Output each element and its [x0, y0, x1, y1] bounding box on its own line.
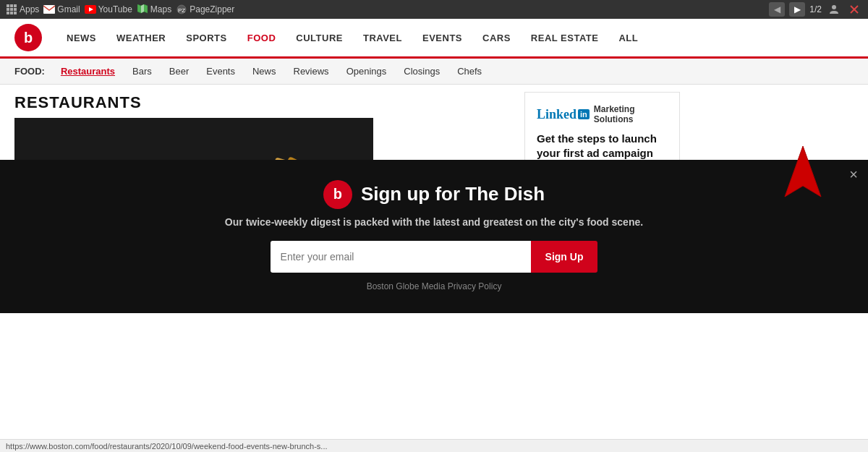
sub-nav-restaurants[interactable]: Restaurants	[52, 59, 124, 85]
modal-header: b Sign up for The Dish	[22, 180, 846, 209]
modal-description: Our twice-weekly digest is packed with t…	[22, 216, 846, 228]
maps-icon	[137, 4, 148, 15]
youtube-app[interactable]: YouTube	[85, 4, 132, 15]
modal-logo-letter: b	[333, 186, 342, 202]
gmail-label: Gmail	[57, 4, 80, 14]
sub-nav-closings[interactable]: Closings	[395, 59, 448, 85]
forward-arrow-icon: ▶	[794, 4, 801, 14]
youtube-label: YouTube	[98, 4, 132, 14]
linkedin-in-badge: in	[578, 109, 590, 119]
svg-rect-3	[7, 8, 9, 11]
nav-item-travel[interactable]: TRAVEL	[353, 18, 412, 58]
top-nav: b NEWS WEATHER SPORTS FOOD CULTURE TRAVE…	[0, 19, 868, 59]
sub-nav-chefs[interactable]: Chefs	[448, 59, 490, 85]
sub-nav-events[interactable]: Events	[197, 59, 244, 85]
toolbar-right: ◀ ▶ 1/2	[769, 2, 862, 17]
nav-item-realestate[interactable]: REAL ESTATE	[521, 18, 609, 58]
apps-grid-icon	[6, 4, 17, 15]
maps-app[interactable]: Maps	[137, 4, 171, 15]
signup-button[interactable]: Sign Up	[531, 241, 598, 273]
pagezipper-icon: PZ	[176, 4, 187, 15]
nav-item-events[interactable]: EVENTS	[412, 18, 472, 58]
apps-launcher[interactable]: Apps	[6, 4, 39, 15]
nav-item-cars[interactable]: CARS	[472, 18, 521, 58]
gmail-app[interactable]: Gmail	[43, 4, 80, 15]
linkedin-wordmark: Linked	[537, 107, 576, 122]
svg-rect-8	[14, 12, 17, 14]
svg-rect-1	[10, 4, 13, 7]
nav-item-weather[interactable]: WEATHER	[106, 18, 176, 58]
browser-toolbar: Apps Gmail YouTube Maps PZ PageZipper ◀ …	[0, 0, 868, 19]
sub-nav-bars[interactable]: Bars	[124, 59, 161, 85]
nav-items: NEWS WEATHER SPORTS FOOD CULTURE TRAVEL …	[56, 18, 854, 58]
sub-nav: FOOD: Restaurants Bars Beer Events News …	[0, 59, 868, 85]
svg-rect-5	[14, 8, 17, 11]
svg-rect-0	[7, 4, 9, 7]
site-area: b NEWS WEATHER SPORTS FOOD CULTURE TRAVE…	[0, 19, 868, 313]
page-counter: 1/2	[809, 4, 822, 14]
svg-text:PZ: PZ	[178, 7, 185, 14]
email-input[interactable]	[271, 241, 531, 273]
svg-rect-7	[10, 12, 13, 14]
nav-item-news[interactable]: NEWS	[56, 18, 106, 58]
back-button[interactable]: ◀	[769, 2, 785, 17]
linkedin-logo: Linked in	[537, 107, 590, 122]
gmail-icon	[43, 4, 55, 15]
youtube-icon	[85, 4, 96, 15]
svg-rect-4	[10, 8, 13, 11]
pagezipper-app[interactable]: PZ PageZipper	[176, 4, 234, 15]
nav-item-culture[interactable]: CULTURE	[286, 18, 353, 58]
sub-nav-news[interactable]: News	[244, 59, 285, 85]
logo-letter: b	[24, 30, 33, 46]
modal-form: Sign Up	[22, 241, 846, 273]
privacy-policy-link[interactable]: Boston Globe Media Privacy Policy	[22, 281, 846, 291]
linkedin-marketing-label: Marketing Solutions	[594, 104, 668, 124]
close-icon[interactable]	[846, 2, 862, 17]
sub-nav-beer[interactable]: Beer	[161, 59, 197, 85]
status-bar: https://www.boston.com/food/restaurants/…	[0, 439, 868, 452]
sub-nav-reviews[interactable]: Reviews	[285, 59, 338, 85]
svg-marker-54	[785, 146, 821, 197]
user-icon[interactable]	[826, 2, 842, 17]
back-arrow-icon: ◀	[774, 4, 780, 14]
cursor-arrow	[781, 142, 825, 218]
modal-title: Sign up for The Dish	[361, 183, 545, 205]
nav-item-sports[interactable]: SPORTS	[176, 18, 237, 58]
apps-label: Apps	[20, 4, 39, 14]
sub-nav-openings[interactable]: Openings	[338, 59, 396, 85]
svg-marker-13	[141, 4, 144, 13]
status-url: https://www.boston.com/food/restaurants/…	[6, 442, 328, 451]
email-modal: × b Sign up for The Dish Our twice-weekl…	[0, 160, 868, 313]
svg-rect-6	[7, 12, 9, 14]
sub-nav-label: FOOD:	[14, 66, 45, 77]
svg-rect-9	[43, 5, 55, 14]
pagezipper-label: PageZipper	[190, 4, 234, 14]
svg-point-16	[832, 5, 836, 9]
maps-label: Maps	[150, 4, 171, 14]
site-logo[interactable]: b	[14, 24, 42, 51]
svg-rect-2	[14, 4, 17, 7]
linkedin-ad-header: Linked in Marketing Solutions	[537, 104, 668, 124]
nav-item-food[interactable]: FOOD	[237, 19, 286, 59]
page-title: RESTAURANTS	[0, 85, 506, 118]
forward-button[interactable]: ▶	[789, 2, 805, 17]
modal-logo: b	[323, 180, 352, 209]
nav-item-all[interactable]: ALL	[608, 18, 648, 58]
modal-close-button[interactable]: ×	[849, 167, 858, 182]
